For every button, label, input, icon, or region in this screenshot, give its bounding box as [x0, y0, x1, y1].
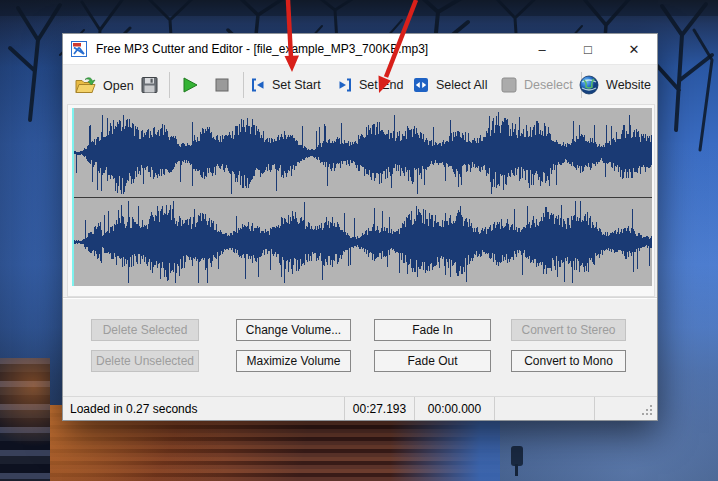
select-all-label: Select All: [436, 78, 487, 92]
select-all-icon: [413, 77, 429, 93]
deselect-button: Deselect: [501, 77, 573, 93]
convert-to-mono-button[interactable]: Convert to Mono: [511, 350, 626, 372]
folder-open-icon: [75, 77, 96, 94]
set-start-button[interactable]: Set Start: [251, 78, 321, 92]
set-start-label: Set Start: [272, 78, 321, 92]
fade-out-button[interactable]: Fade Out: [374, 350, 491, 372]
app-icon: [71, 41, 87, 57]
open-button[interactable]: Open: [75, 77, 134, 94]
open-label: Open: [103, 78, 134, 92]
close-button[interactable]: ✕: [611, 34, 657, 64]
delete-unselected-button: Delete Unselected: [91, 350, 199, 372]
status-empty-pane: [594, 397, 657, 420]
resize-grip[interactable]: [650, 413, 652, 415]
status-current-time: 00:00.000: [414, 397, 494, 420]
stop-button[interactable]: [215, 78, 229, 92]
delete-selected-button: Delete Selected: [91, 319, 199, 341]
play-icon: [182, 77, 198, 93]
toolbar-separator: [243, 72, 244, 98]
globe-icon: [579, 75, 599, 95]
toolbar-separator: [169, 72, 170, 98]
window-title: Free MP3 Cutter and Editor - [file_examp…: [96, 42, 428, 56]
app-window: Free MP3 Cutter and Editor - [file_examp…: [62, 33, 658, 421]
status-bar: Loaded in 0.27 seconds 00:27.193 00:00.0…: [63, 396, 657, 420]
website-button[interactable]: Website: [579, 75, 651, 95]
set-end-button[interactable]: Set End: [338, 78, 403, 92]
deselect-icon: [501, 77, 517, 93]
toolbar: Open Set St: [63, 64, 657, 105]
save-button[interactable]: [141, 77, 158, 94]
fade-in-button[interactable]: Fade In: [374, 319, 491, 341]
panel-divider: [63, 297, 657, 299]
set-end-icon: [338, 78, 352, 92]
stop-icon: [215, 78, 229, 92]
convert-to-stereo-button: Convert to Stereo: [511, 319, 626, 341]
log-post-decoration: [0, 358, 50, 481]
change-volume-button[interactable]: Change Volume...: [236, 319, 351, 341]
titlebar[interactable]: Free MP3 Cutter and Editor - [file_examp…: [63, 34, 657, 64]
set-start-icon: [251, 78, 265, 92]
waveform-panel: [67, 104, 655, 297]
minimize-button[interactable]: –: [519, 34, 565, 64]
status-message: Loaded in 0.27 seconds: [63, 397, 344, 420]
set-end-label: Set End: [359, 78, 403, 92]
status-empty-pane: [494, 397, 594, 420]
select-all-button[interactable]: Select All: [413, 77, 487, 93]
maximize-button[interactable]: □: [565, 34, 611, 64]
waveform-canvas[interactable]: [72, 108, 652, 286]
website-label: Website: [606, 78, 651, 92]
maximize-volume-button[interactable]: Maximize Volume: [236, 350, 351, 372]
status-total-time: 00:27.193: [344, 397, 414, 420]
lantern-decoration: [511, 446, 523, 466]
deselect-label: Deselect: [524, 78, 573, 92]
save-icon: [141, 77, 158, 94]
play-button[interactable]: [182, 77, 198, 93]
